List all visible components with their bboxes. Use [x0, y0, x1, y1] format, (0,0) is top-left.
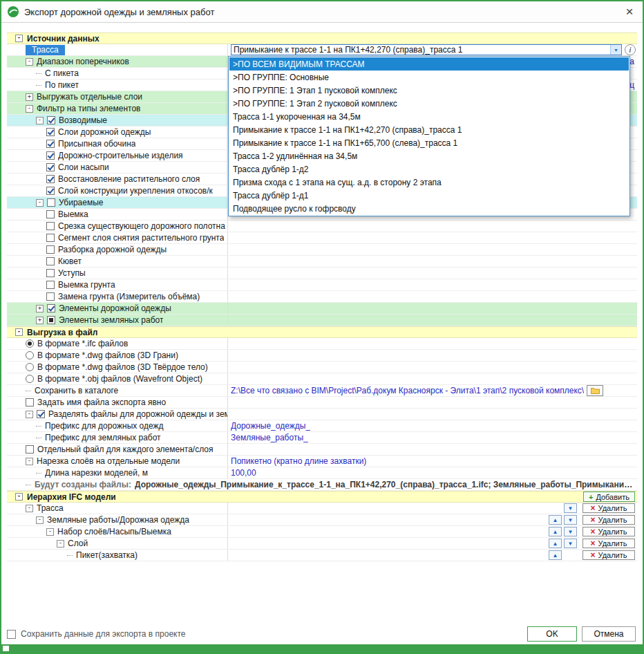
dropdown-item[interactable]: >ПО ГРУППЕ: 1 Этап 1 пусковой комплекс: [229, 84, 629, 97]
checkbox[interactable]: [46, 151, 55, 160]
delete-button-label: Удалить: [598, 551, 627, 559]
checkbox[interactable]: [46, 187, 55, 195]
checkbox[interactable]: [46, 210, 55, 218]
delete-x-icon: ×: [590, 552, 595, 559]
move-up-button[interactable]: ▲: [549, 527, 562, 536]
checkbox[interactable]: [26, 398, 34, 407]
row-label-cell: -Слой: [7, 538, 228, 549]
save-in-project-checkbox[interactable]: [7, 630, 16, 639]
checkbox[interactable]: [47, 116, 55, 124]
dropdown-item[interactable]: Призма схода с 1 этапа на сущ. а.д. в ст…: [229, 176, 629, 189]
row-value-cell: ▲▼×Удалить: [228, 526, 637, 537]
row-value-cell: Дорожные_одежды_: [228, 420, 637, 431]
info-icon[interactable]: i: [625, 44, 636, 55]
row-label: Задать имя файла экспорта явно: [37, 398, 166, 407]
expander-icon[interactable]: -: [26, 105, 33, 113]
move-down-button[interactable]: ▼: [564, 527, 577, 536]
dropdown-item[interactable]: >ПО ГРУППЕ: 1 Этап 2 пусковой комплекс: [229, 97, 629, 110]
cell-value[interactable]: Z:\Все что связано с BIM\Project\Раб.док…: [231, 386, 584, 395]
checkbox[interactable]: [47, 304, 55, 312]
row-label: Сохранить в каталоге: [35, 386, 118, 395]
move-up-button[interactable]: ▲: [549, 550, 562, 560]
delete-button[interactable]: ×Удалить: [583, 539, 635, 548]
checkbox[interactable]: [46, 163, 55, 171]
row-label-cell: В формате *.dwg файлов (3D Твёрдое тело): [7, 362, 228, 373]
expander-icon[interactable]: +: [36, 317, 44, 324]
checkbox[interactable]: [46, 175, 55, 183]
dropdown-item[interactable]: Примыкание к трассе 1-1 на ПК1+65,700 (с…: [229, 136, 629, 149]
radio-button[interactable]: [26, 339, 34, 348]
move-up-button[interactable]: ▲: [549, 539, 562, 548]
radio-button[interactable]: [26, 375, 34, 383]
ok-button[interactable]: OK: [527, 626, 577, 642]
expander-icon[interactable]: -: [57, 540, 64, 548]
radio-button[interactable]: [26, 363, 34, 371]
checkbox[interactable]: [46, 281, 55, 289]
cell-value[interactable]: Земляные_работы_: [231, 433, 308, 442]
dropdown-item[interactable]: Трасса дублёр 1-д2: [229, 162, 629, 176]
move-down-button[interactable]: ▼: [564, 515, 577, 525]
dropdown-item[interactable]: Подводящее русло к гофрсводу: [229, 202, 629, 215]
expander-icon[interactable]: -: [26, 58, 33, 66]
dropdown-item[interactable]: Трасса 1-1 укороченная на 34,5м: [229, 110, 629, 123]
checkbox[interactable]: [26, 445, 34, 454]
dropdown-item[interactable]: Примыкание к трассе 1-1 на ПК1+42,270 (с…: [229, 123, 629, 136]
expander-icon[interactable]: -: [15, 493, 23, 501]
expander-icon[interactable]: -: [15, 35, 23, 42]
dropdown-item[interactable]: >ПО ВСЕМ ВИДИМЫМ ТРАССАМ: [229, 57, 629, 71]
checkbox[interactable]: [46, 257, 55, 265]
expander-icon[interactable]: -: [26, 505, 33, 512]
dropdown-item[interactable]: >ПО ГРУППЕ: Основные: [229, 71, 629, 84]
row-value-cell: Примыкание к трассе 1-1 на ПК1+42,270 (с…: [228, 44, 637, 55]
expander-icon[interactable]: -: [36, 199, 44, 207]
row-label-cell: В формате *.ifc файлов: [7, 338, 228, 349]
checkbox[interactable]: [46, 140, 55, 148]
cell-value[interactable]: Дорожные_одежды_: [231, 421, 310, 431]
trassa-combobox[interactable]: Примыкание к трассе 1-1 на ПК1+42,270 (с…: [231, 44, 622, 55]
checkbox[interactable]: [46, 245, 55, 254]
tree-dash: [36, 473, 41, 474]
checkbox[interactable]: [46, 292, 55, 301]
radio-button[interactable]: [26, 351, 34, 359]
expander-icon[interactable]: -: [15, 328, 23, 336]
expander-icon[interactable]: -: [46, 528, 54, 536]
add-button[interactable]: +Добавить: [583, 492, 635, 502]
close-icon[interactable]: ×: [622, 4, 637, 19]
cell-value[interactable]: 100,00: [231, 468, 256, 478]
dropdown-item[interactable]: Трасса дублёр 1-д1: [229, 189, 629, 202]
delete-button-label: Удалить: [598, 516, 627, 524]
checkbox[interactable]: [46, 234, 55, 242]
move-down-button[interactable]: ▼: [564, 539, 577, 548]
row-item-soil-replacement: Замена грунта (Измеритель объёма): [7, 291, 637, 303]
expander-icon[interactable]: +: [26, 93, 33, 101]
checkbox[interactable]: [46, 128, 55, 136]
chevron-down-icon[interactable]: ▼: [610, 45, 621, 55]
checkbox[interactable]: [37, 410, 45, 418]
delete-button[interactable]: ×Удалить: [583, 550, 635, 560]
move-down-button[interactable]: ▼: [564, 503, 577, 513]
move-up-button[interactable]: ▲: [549, 515, 562, 525]
cell-value[interactable]: Попикетно (кратно длине захватки): [231, 456, 366, 466]
delete-button[interactable]: ×Удалить: [583, 515, 635, 525]
expander-icon[interactable]: +: [36, 305, 44, 312]
row-label-cell: Слои насыпи: [7, 162, 228, 173]
expander-icon[interactable]: -: [36, 516, 44, 524]
dropdown-item[interactable]: Трасса 1-2 удлинённая на 34,5м: [229, 149, 629, 162]
expander-icon[interactable]: -: [26, 458, 33, 465]
cancel-button[interactable]: Отмена: [582, 626, 636, 642]
section-header: -Иерархия IFC модели+Добавить: [7, 492, 637, 502]
checkbox[interactable]: [47, 316, 55, 324]
expander-icon[interactable]: -: [36, 117, 44, 124]
folder-browse-button[interactable]: [587, 385, 603, 396]
checkbox[interactable]: [46, 269, 55, 277]
row-label: Трасса: [37, 503, 64, 513]
delete-button[interactable]: ×Удалить: [583, 527, 635, 536]
expander-icon[interactable]: -: [26, 411, 33, 418]
checkbox[interactable]: [46, 222, 55, 230]
delete-button[interactable]: ×Удалить: [583, 503, 635, 513]
window-title: Экспорт дорожной одежды и земляных работ: [24, 7, 214, 17]
checkbox[interactable]: [47, 198, 55, 207]
row-label-cell: -Трасса: [7, 503, 228, 514]
row-label-cell: Выемка грунта: [7, 279, 228, 290]
row-label: Присыпная обочина: [58, 139, 135, 149]
